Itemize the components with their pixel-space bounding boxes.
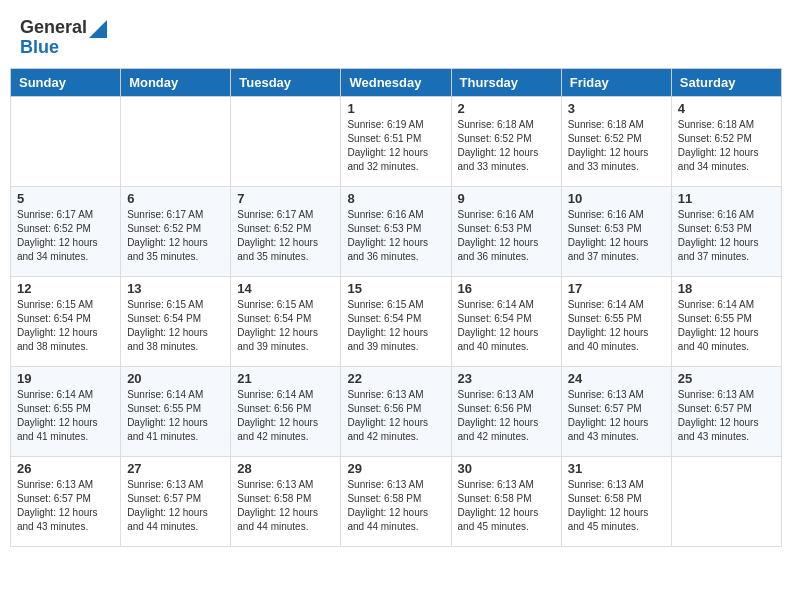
calendar-cell: 1Sunrise: 6:19 AMSunset: 6:51 PMDaylight…: [341, 96, 451, 186]
calendar-week-row: 26Sunrise: 6:13 AMSunset: 6:57 PMDayligh…: [11, 456, 782, 546]
day-number: 21: [237, 371, 334, 386]
calendar-cell: 9Sunrise: 6:16 AMSunset: 6:53 PMDaylight…: [451, 186, 561, 276]
day-info: Sunrise: 6:16 AMSunset: 6:53 PMDaylight:…: [458, 208, 555, 264]
day-number: 19: [17, 371, 114, 386]
day-info: Sunrise: 6:13 AMSunset: 6:57 PMDaylight:…: [568, 388, 665, 444]
day-info: Sunrise: 6:13 AMSunset: 6:57 PMDaylight:…: [17, 478, 114, 534]
day-info: Sunrise: 6:17 AMSunset: 6:52 PMDaylight:…: [17, 208, 114, 264]
day-number: 20: [127, 371, 224, 386]
day-number: 12: [17, 281, 114, 296]
calendar-cell: [11, 96, 121, 186]
calendar-cell: 20Sunrise: 6:14 AMSunset: 6:55 PMDayligh…: [121, 366, 231, 456]
day-info: Sunrise: 6:13 AMSunset: 6:56 PMDaylight:…: [347, 388, 444, 444]
logo-general-text: General: [20, 17, 87, 37]
day-info: Sunrise: 6:15 AMSunset: 6:54 PMDaylight:…: [127, 298, 224, 354]
day-number: 1: [347, 101, 444, 116]
calendar-cell: 11Sunrise: 6:16 AMSunset: 6:53 PMDayligh…: [671, 186, 781, 276]
calendar-cell: [231, 96, 341, 186]
calendar-cell: 25Sunrise: 6:13 AMSunset: 6:57 PMDayligh…: [671, 366, 781, 456]
day-info: Sunrise: 6:13 AMSunset: 6:57 PMDaylight:…: [127, 478, 224, 534]
calendar-cell: [121, 96, 231, 186]
day-info: Sunrise: 6:18 AMSunset: 6:52 PMDaylight:…: [678, 118, 775, 174]
day-number: 24: [568, 371, 665, 386]
calendar-cell: 15Sunrise: 6:15 AMSunset: 6:54 PMDayligh…: [341, 276, 451, 366]
calendar-cell: 19Sunrise: 6:14 AMSunset: 6:55 PMDayligh…: [11, 366, 121, 456]
logo: General Blue: [20, 18, 107, 58]
header-wednesday: Wednesday: [341, 68, 451, 96]
day-number: 14: [237, 281, 334, 296]
day-number: 27: [127, 461, 224, 476]
calendar-cell: 23Sunrise: 6:13 AMSunset: 6:56 PMDayligh…: [451, 366, 561, 456]
calendar-header-row: Sunday Monday Tuesday Wednesday Thursday…: [11, 68, 782, 96]
calendar-cell: 13Sunrise: 6:15 AMSunset: 6:54 PMDayligh…: [121, 276, 231, 366]
logo-icon: [89, 20, 107, 38]
day-info: Sunrise: 6:13 AMSunset: 6:58 PMDaylight:…: [237, 478, 334, 534]
day-info: Sunrise: 6:18 AMSunset: 6:52 PMDaylight:…: [458, 118, 555, 174]
calendar-cell: 3Sunrise: 6:18 AMSunset: 6:52 PMDaylight…: [561, 96, 671, 186]
day-info: Sunrise: 6:15 AMSunset: 6:54 PMDaylight:…: [17, 298, 114, 354]
calendar-week-row: 19Sunrise: 6:14 AMSunset: 6:55 PMDayligh…: [11, 366, 782, 456]
calendar-cell: 8Sunrise: 6:16 AMSunset: 6:53 PMDaylight…: [341, 186, 451, 276]
day-info: Sunrise: 6:16 AMSunset: 6:53 PMDaylight:…: [568, 208, 665, 264]
day-number: 10: [568, 191, 665, 206]
day-number: 25: [678, 371, 775, 386]
day-info: Sunrise: 6:13 AMSunset: 6:56 PMDaylight:…: [458, 388, 555, 444]
header-sunday: Sunday: [11, 68, 121, 96]
logo-blue-word: Blue: [20, 38, 87, 58]
calendar-cell: 10Sunrise: 6:16 AMSunset: 6:53 PMDayligh…: [561, 186, 671, 276]
calendar-cell: 12Sunrise: 6:15 AMSunset: 6:54 PMDayligh…: [11, 276, 121, 366]
calendar-cell: 2Sunrise: 6:18 AMSunset: 6:52 PMDaylight…: [451, 96, 561, 186]
calendar-week-row: 5Sunrise: 6:17 AMSunset: 6:52 PMDaylight…: [11, 186, 782, 276]
header-friday: Friday: [561, 68, 671, 96]
day-info: Sunrise: 6:13 AMSunset: 6:58 PMDaylight:…: [347, 478, 444, 534]
day-info: Sunrise: 6:16 AMSunset: 6:53 PMDaylight:…: [678, 208, 775, 264]
svg-marker-0: [89, 20, 107, 38]
calendar-cell: 22Sunrise: 6:13 AMSunset: 6:56 PMDayligh…: [341, 366, 451, 456]
day-number: 5: [17, 191, 114, 206]
calendar-cell: 21Sunrise: 6:14 AMSunset: 6:56 PMDayligh…: [231, 366, 341, 456]
calendar-cell: 5Sunrise: 6:17 AMSunset: 6:52 PMDaylight…: [11, 186, 121, 276]
day-number: 3: [568, 101, 665, 116]
day-info: Sunrise: 6:14 AMSunset: 6:56 PMDaylight:…: [237, 388, 334, 444]
day-info: Sunrise: 6:14 AMSunset: 6:55 PMDaylight:…: [568, 298, 665, 354]
day-number: 29: [347, 461, 444, 476]
day-number: 17: [568, 281, 665, 296]
calendar-cell: 14Sunrise: 6:15 AMSunset: 6:54 PMDayligh…: [231, 276, 341, 366]
day-number: 23: [458, 371, 555, 386]
day-info: Sunrise: 6:14 AMSunset: 6:55 PMDaylight:…: [17, 388, 114, 444]
day-number: 15: [347, 281, 444, 296]
day-number: 4: [678, 101, 775, 116]
calendar-cell: 27Sunrise: 6:13 AMSunset: 6:57 PMDayligh…: [121, 456, 231, 546]
header-monday: Monday: [121, 68, 231, 96]
day-number: 9: [458, 191, 555, 206]
calendar-cell: 29Sunrise: 6:13 AMSunset: 6:58 PMDayligh…: [341, 456, 451, 546]
calendar-cell: 31Sunrise: 6:13 AMSunset: 6:58 PMDayligh…: [561, 456, 671, 546]
day-number: 16: [458, 281, 555, 296]
day-info: Sunrise: 6:13 AMSunset: 6:58 PMDaylight:…: [458, 478, 555, 534]
day-info: Sunrise: 6:19 AMSunset: 6:51 PMDaylight:…: [347, 118, 444, 174]
header-saturday: Saturday: [671, 68, 781, 96]
day-number: 2: [458, 101, 555, 116]
day-info: Sunrise: 6:13 AMSunset: 6:58 PMDaylight:…: [568, 478, 665, 534]
calendar-cell: 30Sunrise: 6:13 AMSunset: 6:58 PMDayligh…: [451, 456, 561, 546]
day-number: 13: [127, 281, 224, 296]
day-info: Sunrise: 6:15 AMSunset: 6:54 PMDaylight:…: [347, 298, 444, 354]
day-number: 11: [678, 191, 775, 206]
calendar-cell: 6Sunrise: 6:17 AMSunset: 6:52 PMDaylight…: [121, 186, 231, 276]
calendar-cell: 16Sunrise: 6:14 AMSunset: 6:54 PMDayligh…: [451, 276, 561, 366]
day-info: Sunrise: 6:13 AMSunset: 6:57 PMDaylight:…: [678, 388, 775, 444]
day-info: Sunrise: 6:14 AMSunset: 6:54 PMDaylight:…: [458, 298, 555, 354]
page-header: General Blue: [10, 10, 782, 64]
day-info: Sunrise: 6:14 AMSunset: 6:55 PMDaylight:…: [678, 298, 775, 354]
calendar-table: Sunday Monday Tuesday Wednesday Thursday…: [10, 68, 782, 547]
day-info: Sunrise: 6:15 AMSunset: 6:54 PMDaylight:…: [237, 298, 334, 354]
day-info: Sunrise: 6:18 AMSunset: 6:52 PMDaylight:…: [568, 118, 665, 174]
header-thursday: Thursday: [451, 68, 561, 96]
calendar-cell: 26Sunrise: 6:13 AMSunset: 6:57 PMDayligh…: [11, 456, 121, 546]
day-number: 6: [127, 191, 224, 206]
calendar-cell: 18Sunrise: 6:14 AMSunset: 6:55 PMDayligh…: [671, 276, 781, 366]
day-number: 8: [347, 191, 444, 206]
calendar-week-row: 12Sunrise: 6:15 AMSunset: 6:54 PMDayligh…: [11, 276, 782, 366]
calendar-cell: 4Sunrise: 6:18 AMSunset: 6:52 PMDaylight…: [671, 96, 781, 186]
calendar-week-row: 1Sunrise: 6:19 AMSunset: 6:51 PMDaylight…: [11, 96, 782, 186]
